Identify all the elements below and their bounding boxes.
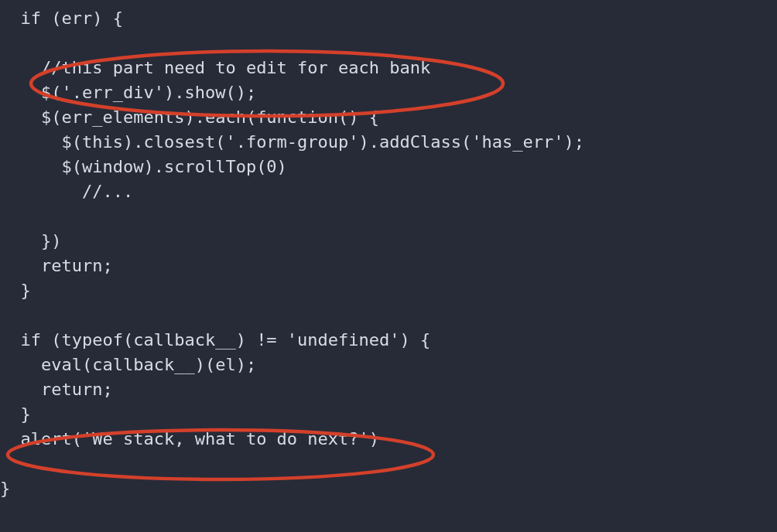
code-line: alert('We stack, what to do next?') [0, 429, 379, 448]
code-line: return; [0, 380, 113, 399]
code-line: return; [0, 256, 113, 275]
code-line: if (err) { [0, 9, 123, 28]
code-line: $(this).closest('.form-group').addClass(… [0, 132, 584, 152]
code-line: } [0, 281, 31, 300]
code-line: }) [0, 231, 61, 251]
code-line: } [0, 404, 31, 424]
code-line: } [0, 479, 10, 498]
code-line: if (typeof(callback__) != 'undefined') { [0, 330, 430, 350]
code-line: //... [0, 182, 133, 201]
code-line: //this part need to edit for each bank [0, 58, 430, 77]
code-line: eval(callback__)(el); [0, 355, 256, 374]
code-line: $('.err_div').show(); [0, 83, 256, 102]
code-block: if (err) { //this part need to edit for … [0, 0, 777, 501]
code-line: $(err_elements).each(function() { [0, 107, 379, 127]
code-line: $(window).scrollTop(0) [0, 157, 287, 176]
